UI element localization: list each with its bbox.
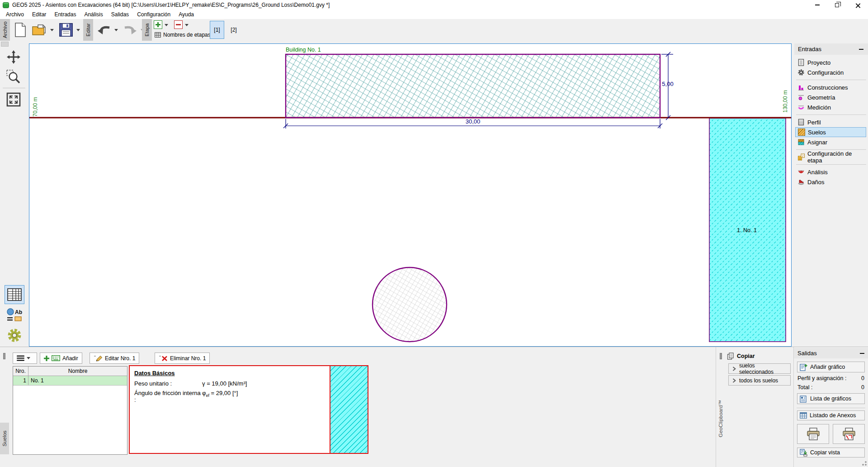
edit-soil-button[interactable]: Editar Nro. 1	[90, 353, 139, 364]
add-soil-button[interactable]: Añadir	[40, 353, 82, 364]
sidebar-item-medicion[interactable]: Medición	[795, 102, 866, 112]
sidebar-item-danos[interactable]: Daños	[795, 177, 866, 187]
sidebar-item-label: Daños	[807, 179, 825, 186]
sidebar-item-construcciones[interactable]: Construcciones	[795, 82, 866, 92]
open-file-button[interactable]	[31, 21, 49, 39]
window-resize-grip[interactable]	[862, 461, 867, 466]
menu-ayuda[interactable]: Ayuda	[175, 10, 198, 19]
main-toolbar: Archivo Edi	[0, 19, 868, 41]
save-dropdown-button[interactable]	[75, 25, 81, 34]
left-scale-label: 70,00 m	[32, 97, 38, 116]
soil-pattern-swatch	[330, 366, 368, 453]
sidebar-item-analisis[interactable]: Análisis	[795, 167, 866, 177]
copy-view-button[interactable]: Copiar vista	[797, 448, 865, 457]
menu-salidas[interactable]: Salidas	[107, 10, 133, 19]
undo-button[interactable]	[95, 22, 113, 38]
table-view-button[interactable]	[5, 285, 24, 304]
plus-icon	[156, 22, 160, 27]
stage-names-button[interactable]: Nombres de etapas	[152, 30, 213, 39]
fit-view-button[interactable]	[4, 90, 24, 110]
zoom-tool-button[interactable]	[4, 68, 24, 86]
add-graph-button[interactable]: Añadir gráfico	[797, 362, 865, 372]
print-selection-button[interactable]	[833, 424, 865, 444]
profile-assignment-row: Perfil y asignación : 0	[797, 375, 864, 381]
sidebar-item-proyecto[interactable]: Proyecto	[795, 57, 866, 67]
copy-all-soils-button[interactable]: todos los suelos	[728, 375, 791, 386]
minimize-button[interactable]	[810, 0, 825, 10]
chevron-down-icon	[165, 24, 168, 26]
remove-stage-dropdown[interactable]	[184, 21, 190, 29]
list-options-button[interactable]	[13, 353, 37, 364]
column-header-nro[interactable]: Nro.	[13, 367, 28, 376]
sidebar-item-label: Proyecto	[807, 59, 830, 66]
sidebar-item-geometria[interactable]: Geometría	[795, 92, 866, 102]
table-row[interactable]: 1 No. 1	[13, 376, 127, 386]
table-header-row: Nro. Nombre	[13, 367, 127, 376]
sidebar-item-suelos[interactable]: Suelos	[795, 127, 866, 137]
chevron-down-icon	[50, 29, 54, 31]
graph-list-button[interactable]: Lista de gráficos	[797, 393, 865, 404]
magnifier-icon	[6, 70, 21, 84]
panel-divider	[797, 408, 865, 408]
sidebar-item-configuracion-de-etapa[interactable]: 1 2 Configuración de etapa	[795, 152, 866, 162]
copy-selected-soils-button[interactable]: suelos seleccionados	[728, 363, 791, 374]
splitter-grip[interactable]	[3, 353, 5, 359]
stage-tab-2[interactable]: [2]	[227, 21, 241, 39]
collapse-panel-button[interactable]	[860, 353, 864, 354]
save-button[interactable]	[57, 21, 75, 39]
cell-nro: 1	[13, 376, 28, 385]
settings-button[interactable]	[5, 326, 24, 345]
annex-list-button[interactable]: Listado de Anexos	[797, 410, 865, 420]
pan-tool-button[interactable]	[4, 48, 24, 66]
svg-text:2: 2	[802, 154, 804, 158]
assign-icon	[797, 138, 805, 146]
redo-icon	[123, 24, 137, 36]
detail-label: Peso unitario :	[134, 380, 202, 388]
building-surcharge: Building No. 1	[286, 47, 660, 118]
collapsed-panel-tab[interactable]	[1, 42, 9, 47]
stage-settings-icon: 1 2	[797, 153, 805, 161]
add-stage-dropdown[interactable]	[163, 21, 170, 29]
sidebar-item-asignar[interactable]: Asignar	[795, 137, 866, 147]
restore-button[interactable]	[829, 0, 844, 10]
sidebar-item-label: Configuración	[807, 69, 844, 76]
remove-stage-button[interactable]	[174, 20, 183, 29]
stage-tab-1[interactable]: [1]	[210, 21, 224, 39]
redo-button[interactable]	[121, 22, 139, 38]
close-button[interactable]	[850, 0, 865, 10]
add-stage-button[interactable]	[154, 20, 162, 29]
save-floppy-icon	[59, 23, 73, 37]
sidebar-item-configuracion[interactable]: Configuración	[795, 67, 866, 77]
undo-dropdown-button[interactable]	[113, 25, 119, 34]
soil-region-label: 1. No. 1	[737, 227, 757, 234]
column-header-nombre[interactable]: Nombre	[28, 367, 127, 376]
menu-archivo[interactable]: Archivo	[2, 10, 28, 19]
splitter-grip[interactable]	[720, 353, 722, 359]
annex-list-label: Listado de Anexos	[810, 412, 856, 419]
menu-editar[interactable]: Editar	[28, 10, 50, 19]
sidebar-item-label: Suelos	[808, 129, 826, 136]
right-scale-label: 130,00 m	[782, 90, 788, 113]
detail-row-friction-angle: Ángulo de fricción interna : φef = 29,00…	[134, 390, 325, 403]
frame-tab-suelos[interactable]: Suelos	[0, 423, 9, 454]
stage-names-label: Nombres de etapas	[163, 32, 211, 38]
svg-text:Ab: Ab	[15, 309, 22, 315]
geo5-app-icon	[3, 2, 9, 8]
collapse-panel-button[interactable]	[858, 46, 864, 52]
height-dimension-label: 5,00	[662, 81, 673, 87]
delete-soil-button[interactable]: Eliminar Nro. 1	[155, 353, 210, 364]
drawing-canvas[interactable]: 1. No. 1 Building No. 1 30,00	[29, 43, 792, 347]
menu-entradas[interactable]: Entradas	[50, 10, 80, 19]
print-button[interactable]	[797, 424, 829, 444]
menu-configuracion[interactable]: Configuración	[133, 10, 175, 19]
open-dropdown-button[interactable]	[49, 25, 55, 34]
measure-icon	[797, 104, 805, 111]
copy-label: Copiar	[737, 353, 755, 359]
menu-analisis[interactable]: Análisis	[80, 10, 107, 19]
bottom-frame: Añadir Editar Nro. 1 Eliminar Nro. 1 Nro…	[0, 347, 868, 467]
sidebar-item-perfil[interactable]: Perfil	[795, 117, 866, 127]
gear-icon	[7, 328, 22, 343]
drawing-settings-button[interactable]: Ab	[5, 306, 24, 324]
printer-icon	[807, 428, 820, 440]
new-file-button[interactable]	[12, 21, 29, 39]
